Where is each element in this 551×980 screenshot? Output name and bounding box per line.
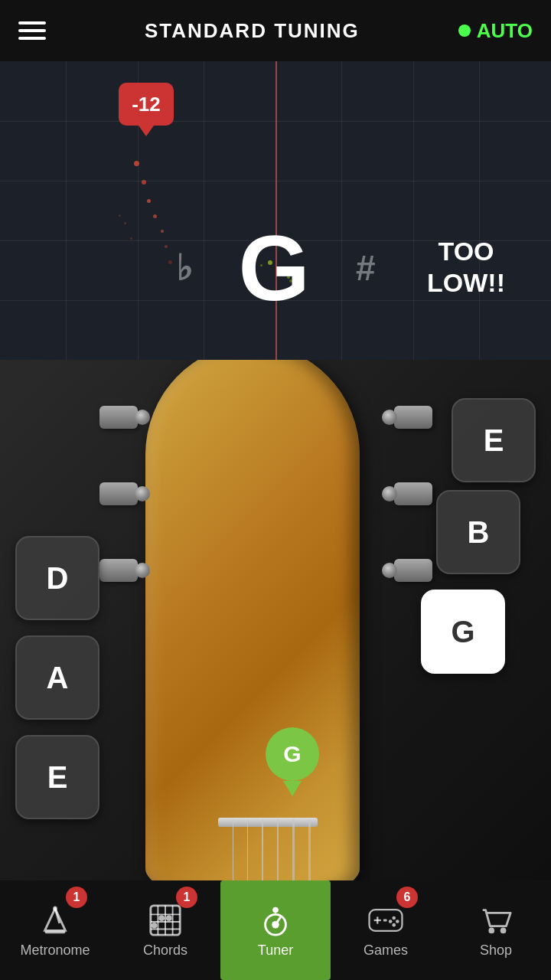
tuner-label: Tuner [258, 942, 293, 959]
nav-item-metronome[interactable]: 1 Metronome [0, 880, 110, 980]
shop-icon [478, 903, 514, 938]
sharp-symbol: # [356, 247, 376, 289]
auto-dot [458, 24, 471, 37]
string-a-button[interactable]: A [15, 635, 99, 720]
svg-point-12 [166, 915, 172, 921]
svg-point-13 [152, 922, 158, 928]
headstock-body [145, 360, 360, 880]
tuning-pegs-right [394, 406, 432, 582]
games-badge: 6 [396, 887, 418, 908]
indicator-note: G [266, 727, 319, 781]
string-b-button[interactable]: B [436, 490, 520, 574]
tuning-peg-6 [394, 559, 432, 582]
nav-item-games[interactable]: 6 Games [331, 880, 441, 980]
metronome-icon [37, 903, 73, 938]
active-string-indicator: G [262, 727, 323, 796]
tuning-peg-3 [99, 559, 138, 582]
games-label: Games [364, 942, 408, 959]
metronome-label: Metronome [20, 942, 90, 959]
svg-point-3 [53, 906, 57, 910]
header: STANDARD TUNING AUTO [0, 0, 551, 61]
current-note: G [239, 222, 310, 314]
auto-mode-badge[interactable]: AUTO [458, 19, 533, 43]
tuning-peg-5 [394, 482, 432, 505]
svg-point-17 [272, 906, 279, 913]
svg-point-27 [488, 927, 494, 933]
string-2 [247, 819, 248, 880]
chords-icon [148, 903, 183, 938]
guitar-display: E B G D A E G [0, 360, 551, 880]
string-g-button[interactable]: G [421, 590, 505, 674]
tuning-pegs-left [99, 406, 138, 582]
flat-symbol: ♭ [176, 247, 193, 289]
svg-point-23 [396, 920, 399, 923]
games-icon [368, 903, 403, 938]
nav-item-tuner[interactable]: Tuner [220, 880, 331, 980]
svg-point-22 [392, 916, 396, 920]
nav-item-shop[interactable]: Shop [441, 880, 551, 980]
string-e-low-button[interactable]: E [15, 735, 99, 819]
cents-display: -12 [119, 83, 174, 126]
bottom-nav: 1 Metronome 1 Chords [0, 880, 551, 980]
indicator-pointer [283, 781, 302, 796]
string-6 [308, 819, 311, 880]
tuning-peg-2 [99, 482, 138, 505]
nav-item-chords[interactable]: 1 Chords [110, 880, 220, 980]
note-display: ♭ G # [176, 222, 376, 314]
tuning-peg-1 [99, 406, 138, 429]
tuner-icon [258, 903, 293, 938]
svg-point-11 [158, 915, 165, 921]
tuning-peg-4 [394, 406, 432, 429]
string-5 [292, 819, 295, 880]
string-e-high-button[interactable]: E [452, 398, 536, 482]
string-4 [277, 819, 279, 880]
chords-label: Chords [143, 942, 187, 959]
svg-point-25 [392, 923, 396, 926]
tuner-display: -12 ♭ G # TOO LOW!! [0, 61, 551, 360]
auto-label: AUTO [477, 19, 533, 43]
shop-label: Shop [480, 942, 512, 959]
guitar-headstock [122, 360, 413, 880]
chords-badge: 1 [176, 887, 197, 908]
guitar-strings [226, 819, 318, 880]
metronome-badge: 1 [66, 887, 87, 908]
svg-point-24 [389, 920, 393, 923]
header-title: STANDARD TUNING [145, 19, 360, 43]
svg-rect-26 [383, 919, 387, 921]
string-d-button[interactable]: D [15, 536, 99, 620]
menu-button[interactable] [18, 21, 46, 40]
string-1 [233, 819, 233, 880]
tuning-status: TOO LOW!! [427, 236, 505, 299]
svg-point-28 [500, 927, 507, 933]
string-3 [262, 819, 263, 880]
